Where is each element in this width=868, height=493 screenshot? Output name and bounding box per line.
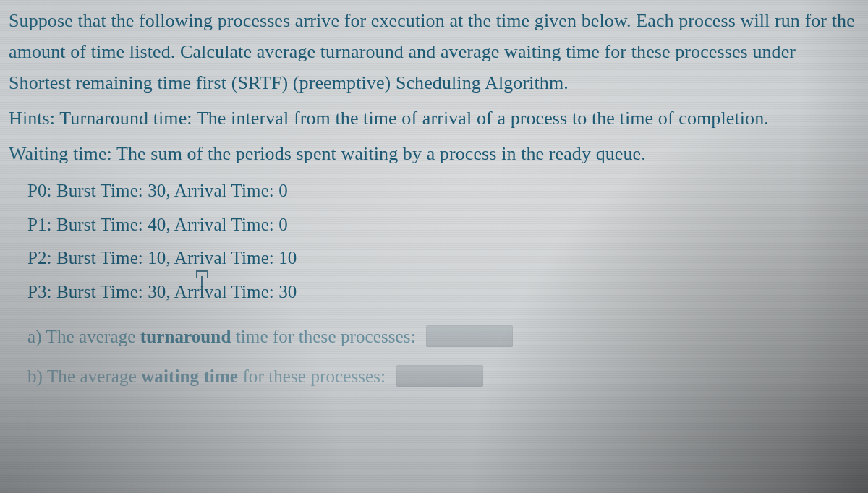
process-row: P0: Burst Time: 30, Arrival Time: 0 [27,175,855,207]
process-row: P1: Burst Time: 40, Arrival Time: 0 [27,209,855,241]
process-row-text: ival Time: 30 [200,282,297,301]
answer-a: a) The average turnaround time for these… [27,317,855,356]
answer-b-prefix: b) The average [27,366,141,386]
answer-b-suffix: for these processes: [238,366,386,386]
text-cursor-icon: r [193,282,199,301]
answer-a-blank[interactable] [426,325,513,347]
question-intro: Suppose that the following processes arr… [9,6,855,99]
process-row-text: P3: Burst Time: 30, Ar [27,282,193,301]
answer-b: b) The average waiting time for these pr… [27,356,855,396]
process-list: P0: Burst Time: 30, Arrival Time: 0 P1: … [9,175,855,308]
hint-turnaround: Hints: Turnaround time: The interval fro… [9,103,855,134]
answer-a-prefix: a) The average [27,327,140,346]
process-row: P3: Burst Time: 30, Arrival Time: 30 [27,276,855,309]
answer-b-blank[interactable] [396,365,483,387]
hint-waiting: Waiting time: The sum of the periods spe… [9,139,855,170]
process-row: P2: Burst Time: 10, Arrival Time: 10 [27,242,855,275]
answer-a-keyword: turnaround [140,327,231,346]
answer-a-suffix: time for these processes: [231,327,415,346]
answer-section: a) The average turnaround time for these… [9,317,855,396]
answer-b-keyword: waiting time [141,366,238,386]
